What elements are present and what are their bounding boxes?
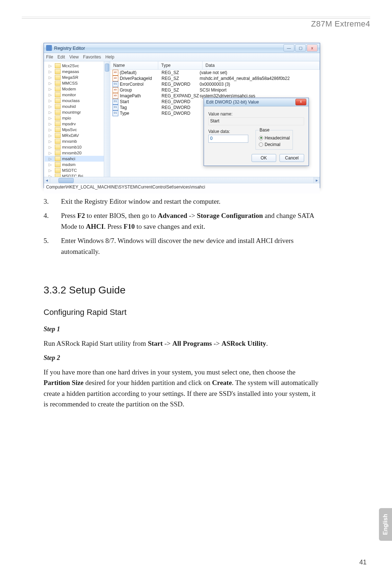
dialog-close-button[interactable]: x — [295, 99, 306, 105]
col-data[interactable]: Data — [203, 61, 320, 69]
value-type: REG_DWORD — [162, 99, 200, 104]
value-name: DriverPackageId — [120, 76, 162, 81]
menu-view[interactable]: View — [69, 54, 79, 60]
value-name: Start — [120, 99, 162, 104]
expander-icon[interactable]: ▷ — [48, 116, 52, 121]
string-value-icon: ab — [113, 70, 118, 76]
tree-item[interactable]: ▷mouclass — [45, 98, 110, 104]
dialog-title: Edit DWORD (32-bit) Value — [206, 100, 259, 105]
tree-item[interactable]: ▷MSDTC — [45, 167, 110, 173]
tree-item[interactable]: ▷mrxsmb20 — [45, 150, 110, 156]
dialog-titlebar: Edit DWORD (32-bit) Value x — [204, 98, 309, 106]
expander-icon[interactable]: ▷ — [48, 110, 52, 115]
value-name: Group — [120, 88, 162, 93]
tree-item-label: mouclass — [62, 98, 80, 103]
expander-icon[interactable]: ▷ — [48, 93, 52, 97]
registry-value-row[interactable]: abDriverPackageIdREG_SZmshdc.inf_amd64_n… — [110, 76, 320, 81]
expander-icon[interactable]: ▷ — [48, 75, 52, 80]
col-name[interactable]: Name — [110, 61, 158, 69]
list-item-5: 5. Enter Windows 8/7. Windows will disco… — [44, 235, 319, 257]
scrollbar-thumb[interactable] — [105, 64, 109, 72]
expander-icon[interactable]: ▷ — [48, 168, 52, 173]
value-type: REG_EXPAND_SZ — [162, 93, 200, 98]
registry-value-row[interactable]: ab(Default)REG_SZ(value not set) — [110, 70, 320, 76]
base-group: Base Hexadecimal Decimal — [256, 127, 293, 150]
tree-item-label: mrxsmb20 — [62, 151, 82, 155]
list-header: Name Type Data — [110, 61, 320, 70]
registry-value-row[interactable]: abGroupREG_SZSCSI Miniport — [110, 87, 320, 93]
value-data: SCSI Miniport — [200, 88, 320, 93]
expander-icon[interactable]: ▷ — [48, 145, 52, 150]
expander-icon[interactable]: ▷ — [48, 98, 52, 103]
ok-button[interactable]: OK — [252, 154, 276, 162]
tree-item[interactable]: ▷MSDTC Bri — [45, 173, 110, 177]
expander-icon[interactable]: ▷ — [48, 122, 52, 126]
close-button[interactable]: x — [307, 44, 318, 52]
folder-icon — [55, 110, 61, 115]
expander-icon[interactable]: ▷ — [48, 162, 52, 167]
minimize-button[interactable]: — — [283, 44, 294, 52]
tree-item[interactable]: ▷msahci — [45, 156, 110, 162]
string-value-icon: ab — [113, 76, 118, 81]
step-1-label: Step 1 — [44, 324, 319, 334]
scroll-left-icon[interactable]: ◄ — [44, 177, 50, 183]
tree-item[interactable]: ▷megasas — [45, 69, 110, 74]
expander-icon[interactable]: ▷ — [48, 87, 52, 92]
radio-decimal[interactable]: Decimal — [259, 142, 290, 147]
language-label: English — [382, 514, 389, 535]
tree-pane[interactable]: ▷Mcx2Svc▷megasas▷MegaSR▷MMCSS▷Modem▷moni… — [44, 61, 110, 177]
list-pane[interactable]: Name Type Data ab(Default)REG_SZ(value n… — [110, 61, 320, 177]
hscroll-thumb[interactable] — [58, 178, 74, 183]
expander-icon[interactable]: ▷ — [48, 133, 52, 138]
tree-item-label: mouhid — [62, 104, 76, 109]
expander-icon[interactable]: ▷ — [48, 157, 52, 161]
folder-icon — [55, 156, 61, 161]
folder-icon — [55, 86, 61, 92]
cancel-button[interactable]: Cancel — [279, 154, 304, 162]
folder-icon — [55, 104, 61, 109]
tree-item[interactable]: ▷monitor — [45, 92, 110, 98]
expander-icon[interactable]: ▷ — [48, 69, 52, 74]
tree-item[interactable]: ▷mpio — [45, 115, 110, 121]
value-data-input[interactable]: 0 — [208, 135, 248, 143]
tree-item[interactable]: ▷mountmgr — [45, 109, 110, 115]
tree-item[interactable]: ▷Modem — [45, 86, 110, 92]
tree-scrollbar[interactable] — [104, 61, 110, 177]
tree-item[interactable]: ▷mouhid — [45, 104, 110, 109]
folder-icon — [55, 150, 61, 155]
registry-value-row[interactable]: 01ErrorControlREG_DWORD0x00000003 (3) — [110, 81, 320, 87]
expander-icon[interactable]: ▷ — [48, 104, 52, 109]
tree-item[interactable]: ▷mrxsmb — [45, 138, 110, 144]
col-type[interactable]: Type — [158, 61, 203, 69]
menu-help[interactable]: Help — [105, 54, 114, 60]
tree-item[interactable]: ▷MMCSS — [45, 80, 110, 86]
expander-icon[interactable]: ▷ — [48, 139, 52, 144]
scroll-right-icon[interactable]: ► — [314, 177, 320, 183]
regedit-titlebar: Registry Editor — ▢ x — [44, 43, 320, 53]
expander-icon[interactable]: ▷ — [48, 64, 52, 68]
menu-favorites[interactable]: Favorites — [83, 54, 101, 60]
tree-item[interactable]: ▷MRxDAV — [45, 133, 110, 138]
radio-hexadecimal[interactable]: Hexadecimal — [259, 135, 290, 141]
horizontal-scrollbar[interactable]: ◄ ► — [44, 177, 320, 183]
page-header: Z87M Extreme4 — [22, 18, 370, 29]
value-type: REG_DWORD — [162, 82, 200, 87]
expander-icon[interactable]: ▷ — [48, 174, 52, 177]
maximize-button[interactable]: ▢ — [295, 44, 306, 52]
tree-item[interactable]: ▷MpsSvc — [45, 127, 110, 133]
tree-item[interactable]: ▷MegaSR — [45, 74, 110, 80]
menu-edit[interactable]: Edit — [57, 54, 65, 60]
tree-item[interactable]: ▷Mcx2Svc — [45, 63, 110, 69]
folder-icon — [55, 133, 61, 138]
menu-file[interactable]: File — [46, 54, 53, 60]
tree-item-label: mrxsmb10 — [62, 145, 82, 149]
window-controls: — ▢ x — [283, 44, 318, 52]
expander-icon[interactable]: ▷ — [48, 151, 52, 155]
tree-item[interactable]: ▷mrxsmb10 — [45, 144, 110, 150]
tree-item-label: mountmgr — [62, 110, 81, 114]
folder-icon — [55, 63, 61, 68]
tree-item[interactable]: ▷msdsm — [45, 162, 110, 167]
tree-item[interactable]: ▷mpsdrv — [45, 121, 110, 127]
expander-icon[interactable]: ▷ — [48, 81, 52, 86]
expander-icon[interactable]: ▷ — [48, 127, 52, 132]
